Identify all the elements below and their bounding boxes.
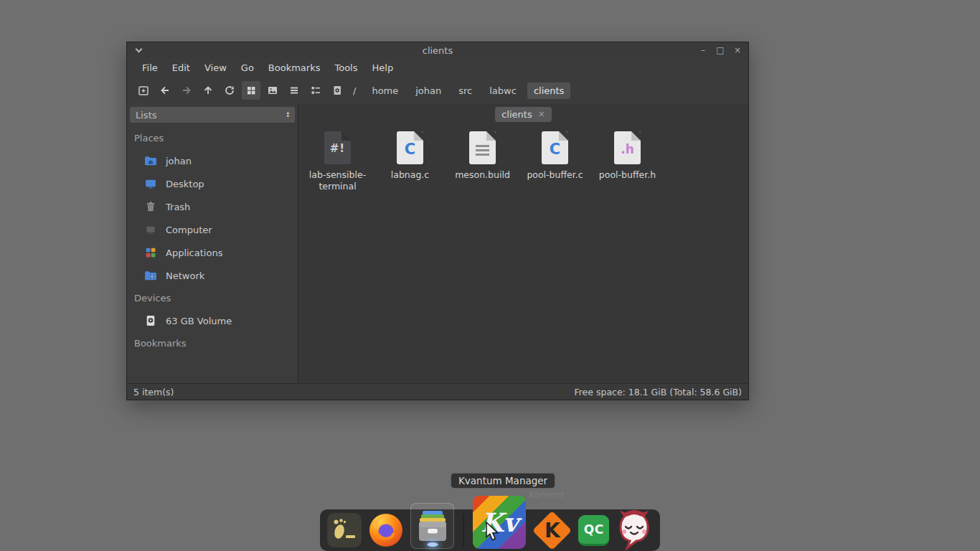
kvantum-tooltip: Kvantum Manager bbox=[451, 473, 555, 489]
icon-view-grid-icon bbox=[245, 85, 257, 96]
dock-item-qc[interactable]: QC bbox=[578, 515, 609, 546]
list-view-button[interactable] bbox=[285, 81, 303, 100]
minimize-button[interactable]: – bbox=[698, 45, 708, 55]
menu-tools[interactable]: Tools bbox=[328, 60, 364, 75]
tab-bar: clients × bbox=[298, 104, 748, 124]
dock-divider bbox=[463, 514, 464, 547]
refresh-icon bbox=[224, 85, 235, 96]
menu-help[interactable]: Help bbox=[366, 60, 400, 75]
tab-close-icon[interactable]: × bbox=[538, 109, 545, 119]
sidebar: Lists ▴▾ Places johan Desktop bbox=[127, 104, 298, 383]
sidebar-header-bookmarks: Bookmarks bbox=[127, 332, 298, 354]
sidebar-mode-value: Lists bbox=[136, 110, 157, 121]
volume-button[interactable] bbox=[328, 81, 347, 100]
new-tab-button[interactable] bbox=[134, 81, 153, 100]
back-arrow-icon bbox=[159, 85, 171, 96]
close-button[interactable]: × bbox=[732, 45, 743, 55]
volume-icon bbox=[331, 85, 343, 96]
firefox-icon bbox=[368, 512, 404, 548]
drive-icon bbox=[144, 315, 157, 326]
compact-view-button[interactable] bbox=[306, 81, 325, 100]
icon-view-button[interactable] bbox=[242, 81, 260, 100]
file-pool-buffer-h[interactable]: .h pool-buffer.h bbox=[591, 128, 664, 193]
up-arrow-icon bbox=[202, 85, 214, 96]
cat-face-icon bbox=[616, 510, 653, 550]
combo-arrows-icon: ▴▾ bbox=[286, 111, 289, 118]
file-pool-buffer-c[interactable]: C pool-buffer.c bbox=[519, 128, 591, 193]
sidebar-item-network[interactable]: Network bbox=[127, 264, 298, 287]
breadcrumb-johan[interactable]: johan bbox=[409, 83, 448, 99]
breadcrumb-labwc[interactable]: labwc bbox=[483, 83, 523, 99]
c-source-file-icon: C bbox=[542, 131, 568, 164]
dock-item-firefox[interactable] bbox=[368, 512, 404, 548]
statusbar: 5 item(s) Free space: 18.1 GiB (Total: 5… bbox=[127, 384, 748, 400]
maximize-button[interactable]: □ bbox=[715, 45, 725, 55]
breadcrumb-home[interactable]: home bbox=[365, 83, 405, 99]
text-lines-glyph bbox=[476, 145, 489, 156]
refresh-button[interactable] bbox=[220, 81, 239, 100]
desktop-icon bbox=[144, 178, 157, 189]
titlebar[interactable]: clients – □ × bbox=[127, 42, 748, 58]
mouse-cursor bbox=[485, 522, 499, 545]
c-source-file-icon: C bbox=[397, 131, 423, 164]
up-button[interactable] bbox=[199, 81, 217, 100]
trash-icon bbox=[144, 201, 157, 212]
home-folder-icon bbox=[144, 155, 157, 166]
breadcrumb-src[interactable]: src bbox=[452, 83, 479, 99]
window-title: clients bbox=[127, 45, 748, 56]
file-lab-sensible-terminal[interactable]: #! lab-sensible-terminal bbox=[301, 128, 374, 193]
thumbnail-view-button[interactable] bbox=[263, 81, 282, 100]
back-button[interactable] bbox=[156, 81, 174, 100]
sidebar-item-computer[interactable]: Computer bbox=[127, 218, 298, 241]
fading-tooltip: Kommit bbox=[529, 489, 565, 500]
network-folder-icon bbox=[144, 270, 157, 281]
sidebar-header-devices: Devices bbox=[127, 287, 298, 309]
tab-clients[interactable]: clients × bbox=[495, 107, 552, 122]
window-menu-icon[interactable] bbox=[133, 44, 144, 56]
path-root-separator: / bbox=[349, 85, 359, 96]
c-header-file-icon: .h bbox=[614, 131, 641, 164]
dock-item-file-manager[interactable] bbox=[410, 503, 454, 549]
dock-item-foot-terminal[interactable] bbox=[327, 513, 362, 547]
file-labnag-c[interactable]: C labnag.c bbox=[374, 128, 446, 193]
forward-arrow-icon bbox=[181, 85, 192, 96]
menu-edit[interactable]: Edit bbox=[166, 60, 197, 75]
file-manager-window: clients – □ × File Edit View Go Bookmark… bbox=[126, 42, 749, 400]
sidebar-item-desktop[interactable]: Desktop bbox=[127, 172, 298, 195]
breadcrumb-clients[interactable]: clients bbox=[527, 83, 570, 99]
computer-icon bbox=[144, 224, 157, 235]
qc-icon: QC bbox=[584, 522, 604, 537]
dock-item-kodi[interactable]: K bbox=[532, 510, 573, 550]
foot-terminal-icon bbox=[327, 513, 362, 547]
file-grid: #! lab-sensible-terminal C labnag.c meso… bbox=[298, 124, 748, 193]
menu-view[interactable]: View bbox=[198, 60, 233, 75]
toolbar: / home johan src labwc clients bbox=[127, 77, 748, 104]
thumbnail-view-icon bbox=[267, 85, 278, 96]
breadcrumb: home johan src labwc clients bbox=[365, 83, 570, 99]
running-indicator bbox=[427, 542, 438, 547]
sidebar-mode-select[interactable]: Lists ▴▾ bbox=[130, 107, 295, 123]
tab-label: clients bbox=[501, 109, 532, 120]
file-meson-build[interactable]: meson.build bbox=[446, 128, 519, 193]
sidebar-item-johan[interactable]: johan bbox=[127, 149, 298, 172]
menubar: File Edit View Go Bookmarks Tools Help bbox=[127, 58, 748, 77]
free-space: Free space: 18.1 GiB (Total: 58.6 GiB) bbox=[574, 387, 742, 397]
menu-go[interactable]: Go bbox=[235, 60, 260, 75]
menu-file[interactable]: File bbox=[136, 60, 164, 75]
sidebar-item-applications[interactable]: Applications bbox=[127, 241, 298, 264]
menu-bookmarks[interactable]: Bookmarks bbox=[262, 60, 327, 75]
file-manager-icon bbox=[416, 509, 449, 542]
dock-item-cat-chat[interactable] bbox=[616, 510, 653, 550]
text-file-icon bbox=[469, 131, 496, 164]
forward-button[interactable] bbox=[177, 81, 196, 100]
list-view-icon bbox=[288, 85, 300, 96]
sidebar-item-trash[interactable]: Trash bbox=[127, 195, 298, 218]
compact-view-icon bbox=[310, 85, 321, 96]
new-tab-icon bbox=[138, 85, 149, 96]
sidebar-header-places: Places bbox=[127, 127, 298, 149]
sidebar-item-volume[interactable]: 63 GB Volume bbox=[127, 309, 298, 332]
applications-icon bbox=[144, 247, 157, 258]
dock-item-kvantum-manager[interactable]: Kv bbox=[473, 496, 525, 549]
file-view: clients × #! lab-sensible-terminal C lab… bbox=[298, 104, 748, 383]
items-count: 5 item(s) bbox=[133, 387, 174, 397]
